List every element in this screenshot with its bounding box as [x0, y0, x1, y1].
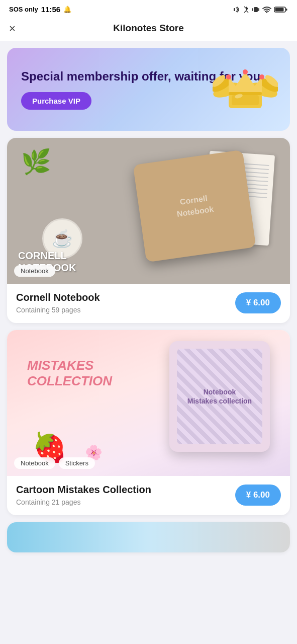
mistakes-image-title: MISTAKESCOLLECTION [27, 358, 112, 389]
status-right [233, 6, 288, 14]
mistakes-tags: Notebook Stickers [14, 457, 95, 469]
mistakes-product-subtitle: Containing 21 pages [16, 498, 235, 506]
cornell-product-name: Cornell Notebook [16, 292, 235, 303]
header: × Kilonotes Store [0, 17, 297, 41]
partial-third-card[interactable] [7, 522, 290, 552]
cornell-tablet: CornellNotebook [133, 150, 256, 263]
plant-decoration: 🌿 [21, 148, 51, 176]
svg-rect-3 [258, 8, 259, 11]
partial-card-bg [7, 522, 290, 552]
battery-icon [274, 6, 288, 13]
nfc-icon [233, 6, 241, 14]
product-card-cornell[interactable]: 🌿 Cor [7, 138, 290, 323]
mistakes-tablet: NotebookMistakes collection [169, 341, 270, 452]
cornell-price-button[interactable]: ¥ 6.00 [235, 292, 281, 313]
mistakes-tablet-inner: NotebookMistakes collection [177, 349, 262, 444]
mistakes-tablet-label: NotebookMistakes collection [187, 387, 252, 406]
sos-label: SOS only [9, 6, 38, 13]
product-card-mistakes[interactable]: MISTAKESCOLLECTION NotebookMistakes coll… [7, 330, 290, 515]
mistakes-price-button[interactable]: ¥ 6.00 [235, 485, 281, 506]
svg-point-4 [266, 12, 267, 13]
vip-icon-area [213, 61, 278, 118]
mistakes-product-name: Cartoon Mistakes Collection [16, 484, 235, 496]
cornell-tablet-label: CornellNotebook [174, 192, 214, 220]
cornell-product-text: Cornell Notebook Containing 59 pages [16, 292, 235, 314]
svg-rect-15 [229, 92, 262, 95]
svg-rect-6 [275, 8, 284, 11]
status-bar: SOS only 11:56 🔔 [0, 0, 297, 17]
product-image-cornell: 🌿 Cor [7, 138, 290, 284]
close-button[interactable]: × [9, 23, 16, 34]
mistakes-product-text: Cartoon Mistakes Collection Containing 2… [16, 484, 235, 506]
cornell-product-info: Cornell Notebook Containing 59 pages ¥ 6… [7, 284, 290, 323]
mistakes-background: MISTAKESCOLLECTION NotebookMistakes coll… [7, 330, 290, 476]
svg-point-18 [243, 69, 248, 74]
status-left: SOS only 11:56 🔔 [9, 5, 71, 14]
crown-wings-icon [213, 61, 278, 116]
tag-notebook-2: Notebook [14, 457, 55, 469]
vibrate-icon [252, 6, 260, 14]
svg-rect-7 [286, 9, 287, 11]
svg-marker-16 [229, 72, 262, 92]
time-label: 11:56 [41, 5, 60, 14]
cornell-product-subtitle: Containing 59 pages [16, 306, 235, 314]
svg-rect-1 [254, 7, 258, 12]
tag-notebook-1: Notebook [14, 265, 55, 277]
cornell-background: 🌿 Cor [7, 138, 290, 284]
bluetooth-icon [243, 6, 249, 14]
main-content: Special membership offer, waiting for yo… [0, 41, 297, 562]
wifi-icon [262, 6, 271, 13]
cornell-tags: Notebook [14, 265, 55, 277]
svg-rect-2 [252, 8, 253, 11]
bell-icon: 🔔 [63, 6, 71, 13]
page-title: Kilonotes Store [113, 23, 183, 34]
svg-point-17 [226, 74, 231, 79]
mistakes-product-info: Cartoon Mistakes Collection Containing 2… [7, 476, 290, 515]
svg-rect-0 [234, 8, 235, 11]
purchase-vip-button[interactable]: Purchase VIP [21, 92, 91, 110]
svg-point-19 [259, 74, 264, 79]
tag-stickers: Stickers [59, 457, 95, 469]
vip-banner[interactable]: Special membership offer, waiting for yo… [7, 48, 290, 131]
product-image-mistakes: MISTAKESCOLLECTION NotebookMistakes coll… [7, 330, 290, 476]
